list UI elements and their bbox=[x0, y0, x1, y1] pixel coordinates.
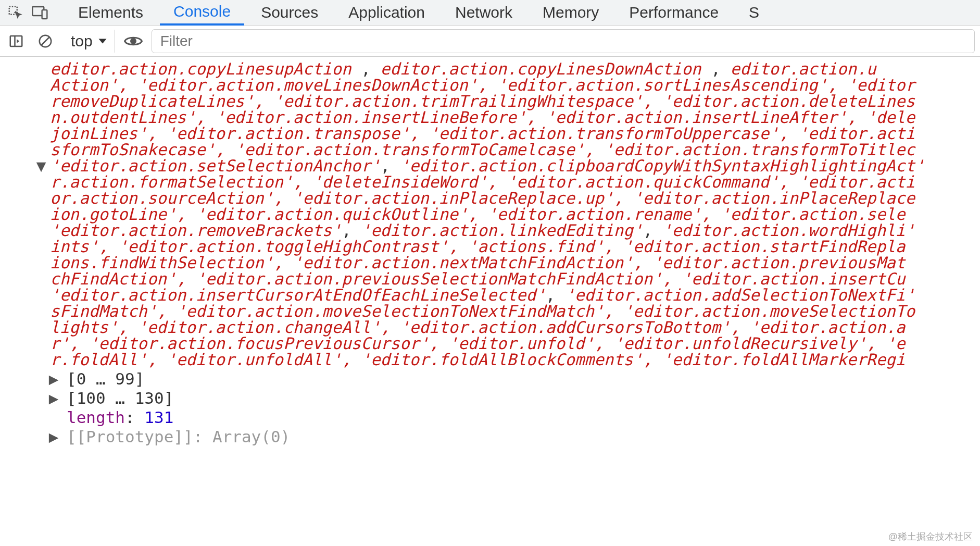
expand-toggle-icon[interactable]: ▼ bbox=[35, 158, 47, 174]
watermark: @稀土掘金技术社区 bbox=[888, 530, 973, 543]
clear-console-icon[interactable] bbox=[34, 30, 56, 52]
tab-elements[interactable]: Elements bbox=[65, 0, 157, 26]
context-label: top bbox=[71, 32, 93, 50]
tab-more[interactable]: S bbox=[735, 0, 773, 26]
eye-icon[interactable] bbox=[122, 30, 144, 52]
sidebar-toggle-icon[interactable] bbox=[5, 30, 27, 52]
svg-rect-2 bbox=[42, 10, 47, 19]
prop-key: [[Prototype]] bbox=[67, 427, 193, 446]
context-dropdown[interactable]: top bbox=[64, 30, 115, 53]
device-toggle-icon[interactable] bbox=[29, 2, 51, 23]
array-range[interactable]: [0 … 99] bbox=[67, 369, 144, 388]
prop-value: Array(0) bbox=[212, 427, 290, 446]
prop-value: 131 bbox=[144, 408, 173, 427]
expand-toggle-icon[interactable]: ▶ bbox=[48, 429, 59, 445]
svg-point-7 bbox=[131, 39, 135, 43]
tab-network[interactable]: Network bbox=[442, 0, 526, 26]
inspect-icon[interactable] bbox=[4, 2, 26, 23]
filter-input[interactable] bbox=[152, 29, 975, 53]
svg-line-6 bbox=[42, 37, 49, 45]
tab-application[interactable]: Application bbox=[335, 0, 438, 26]
expand-toggle-icon[interactable]: ▶ bbox=[48, 390, 59, 406]
array-range[interactable]: [100 … 130] bbox=[67, 389, 173, 407]
console-toolbar: top bbox=[0, 26, 980, 57]
chevron-down-icon bbox=[98, 38, 107, 44]
expand-toggle-icon[interactable]: ▶ bbox=[48, 371, 59, 387]
svg-rect-3 bbox=[10, 36, 22, 46]
tab-performance[interactable]: Performance bbox=[615, 0, 732, 26]
prop-key: length bbox=[67, 408, 125, 427]
tab-console[interactable]: Console bbox=[160, 0, 244, 26]
console-body: editor.action.copyLinesupAction , editor… bbox=[0, 57, 980, 445]
devtools-tab-bar: Elements Console Sources Application Net… bbox=[0, 0, 980, 26]
tab-memory[interactable]: Memory bbox=[529, 0, 612, 26]
tab-sources[interactable]: Sources bbox=[247, 0, 332, 26]
log-line: r.foldAll', 'editor.unfoldAll', 'editor.… bbox=[50, 350, 905, 369]
